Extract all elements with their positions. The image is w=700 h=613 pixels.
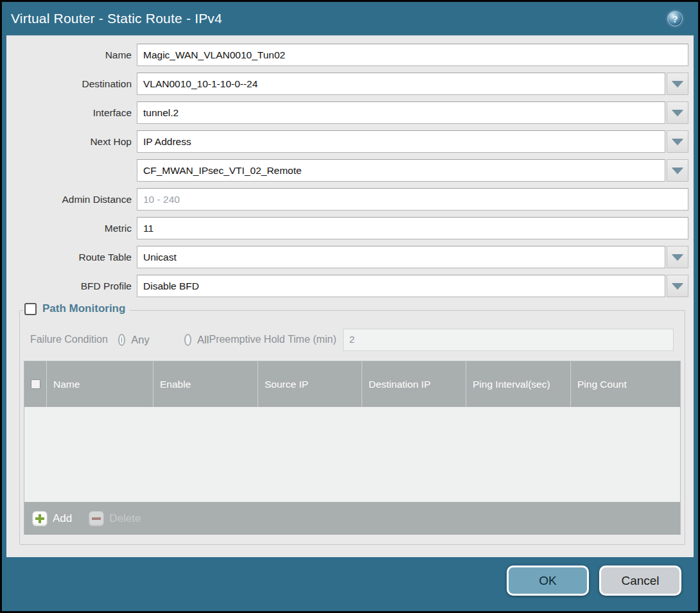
ok-button[interactable]: OK <box>507 566 589 596</box>
destination-label: Destination <box>12 78 132 90</box>
metric-label: Metric <box>12 223 132 234</box>
column-header-destination-ip[interactable]: Destination IP <box>362 361 466 407</box>
path-monitoring-title: Path Monitoring <box>42 302 125 315</box>
interface-dropdown-button[interactable] <box>667 101 688 124</box>
name-label: Name <box>12 49 132 61</box>
minus-icon <box>89 511 104 526</box>
chevron-down-icon <box>672 283 683 289</box>
chevron-down-icon <box>672 139 683 145</box>
select-all-cell <box>24 361 47 407</box>
destination-input[interactable] <box>137 73 665 95</box>
route-table-row: Route Table <box>12 246 688 268</box>
metric-input[interactable] <box>137 217 688 239</box>
next-hop-type-input[interactable] <box>137 130 665 153</box>
path-monitoring-legend: Path Monitoring <box>23 302 130 315</box>
static-route-dialog: Virtual Router - Static Route - IPv4 ? N… <box>0 0 700 613</box>
route-table-dropdown-button[interactable] <box>667 246 688 268</box>
next-hop-dropdown-button[interactable] <box>667 130 688 153</box>
path-monitoring-checkbox[interactable] <box>24 303 37 315</box>
bfd-profile-row: BFD Profile <box>12 275 688 297</box>
interface-label: Interface <box>12 107 132 119</box>
dialog-content: Name Destination Interface <box>6 35 694 557</box>
column-header-source-ip[interactable]: Source IP <box>258 361 362 407</box>
interface-row: Interface <box>12 101 688 124</box>
bfd-profile-dropdown-button[interactable] <box>667 275 688 297</box>
name-row: Name <box>12 44 688 66</box>
interface-input[interactable] <box>137 101 665 124</box>
dialog-titlebar: Virtual Router - Static Route - IPv4 ? <box>2 2 698 35</box>
preemptive-hold-time-label: Preemptive Hold Time (min) <box>209 334 336 345</box>
help-icon[interactable]: ? <box>667 11 683 26</box>
failure-condition-label: Failure Condition <box>24 334 108 345</box>
add-button[interactable]: Add <box>32 511 72 526</box>
column-header-ping-interval[interactable]: Ping Interval(sec) <box>466 361 571 407</box>
chevron-down-icon <box>672 254 683 261</box>
delete-button[interactable]: Delete <box>89 511 141 526</box>
admin-distance-input[interactable] <box>137 188 688 211</box>
destination-dropdown-button[interactable] <box>667 73 688 95</box>
bfd-profile-input[interactable] <box>137 275 665 297</box>
name-input[interactable] <box>137 44 688 66</box>
path-monitoring-table: Name Enable Source IP Destination IP Pin… <box>24 361 681 535</box>
next-hop-address-input[interactable] <box>137 159 665 182</box>
path-monitoring-table-header: Name Enable Source IP Destination IP Pin… <box>24 361 680 407</box>
bfd-profile-label: BFD Profile <box>12 281 132 292</box>
cancel-button[interactable]: Cancel <box>599 566 681 596</box>
failure-condition-any-radio[interactable] <box>118 334 125 346</box>
next-hop-address-dropdown-button[interactable] <box>667 159 688 182</box>
admin-distance-label: Admin Distance <box>12 194 132 205</box>
column-header-enable[interactable]: Enable <box>153 361 258 407</box>
plus-icon <box>32 511 48 526</box>
failure-condition-any-label: Any <box>131 334 149 346</box>
path-monitoring-table-toolbar: Add Delete <box>24 502 680 535</box>
next-hop-row: Next Hop <box>12 130 688 153</box>
metric-row: Metric <box>12 217 688 239</box>
column-header-name[interactable]: Name <box>47 361 153 407</box>
path-monitoring-section: Path Monitoring Failure Condition Any Al… <box>19 310 685 545</box>
column-header-ping-count[interactable]: Ping Count <box>571 361 680 407</box>
dialog-title: Virtual Router - Static Route - IPv4 <box>11 11 222 26</box>
path-monitoring-table-body <box>24 407 680 502</box>
failure-condition-row: Failure Condition Any All Preemptive Hol… <box>24 329 681 350</box>
route-table-label: Route Table <box>12 252 132 263</box>
next-hop-address-row <box>12 159 688 182</box>
chevron-down-icon <box>672 168 683 174</box>
route-table-input[interactable] <box>137 246 665 268</box>
delete-button-label: Delete <box>109 512 141 525</box>
dialog-footer: OK Cancel <box>2 557 698 611</box>
failure-condition-all-radio[interactable] <box>184 334 191 346</box>
failure-condition-all-label: All <box>197 334 209 346</box>
select-all-checkbox[interactable] <box>31 379 40 389</box>
next-hop-label: Next Hop <box>12 136 132 148</box>
chevron-down-icon <box>672 81 683 87</box>
chevron-down-icon <box>672 110 683 116</box>
admin-distance-row: Admin Distance <box>12 188 688 211</box>
destination-row: Destination <box>12 73 688 95</box>
preemptive-hold-time-input[interactable] <box>343 329 674 351</box>
add-button-label: Add <box>53 512 72 525</box>
